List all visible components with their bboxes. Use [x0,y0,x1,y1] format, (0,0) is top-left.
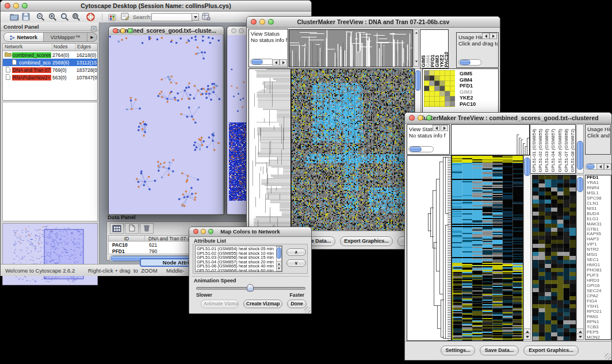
column-label[interactable]: GPL51-02 (GSM855) [537,129,544,173]
row-label[interactable]: GIM5 [460,71,494,77]
delete-attribute-trash-icon[interactable] [140,223,154,234]
move-down-button[interactable]: ∨ [286,259,306,267]
column-label[interactable]: GPL51-08 (GSM872) [569,129,576,173]
minimize-button[interactable] [259,19,265,25]
search-dropdown-button[interactable] [192,13,199,21]
column-label[interactable]: PAC10 [444,52,449,67]
view-status-hscrollbar[interactable] [250,59,274,65]
column-label[interactable]: GPL51-03 (GSM856) [544,129,550,173]
view-status-hscrollbar[interactable] [408,146,434,152]
close-button[interactable] [193,229,198,234]
attribute-list-vscrollbar[interactable] [276,246,282,271]
similarity-matrix-canvas[interactable] [424,70,455,107]
tab-vizmapper[interactable]: VizMapper™ [44,33,87,41]
animation-speed-slider[interactable] [196,283,304,293]
row-label[interactable]: YKE2 [460,95,494,101]
heatmap-vscrollbar[interactable] [523,155,531,340]
close-button[interactable] [113,28,118,33]
scroll-right-button[interactable] [489,33,497,39]
tab-network[interactable]: Network [4,33,44,41]
zoom-button[interactable] [128,28,133,33]
network-row[interactable]: RNAPuberNov2+563(0)107847(0) [3,74,97,81]
col-header-edges[interactable]: Edges [76,44,97,51]
close-button[interactable] [231,28,236,33]
minimize-button[interactable] [120,28,125,33]
zoom-vscrollbar[interactable] [576,175,584,340]
column-label[interactable]: GPL51-06 (GSM865) [557,129,563,173]
attribute-select-icon[interactable] [110,223,124,234]
scroll-right-button[interactable] [280,59,287,66]
heatmap-global-canvas[interactable] [452,155,523,341]
column-dendrogram-canvas[interactable] [451,124,530,155]
close-button[interactable] [5,3,10,9]
network-row[interactable]: combined_sco2569(6)13112(15) [3,59,97,66]
open-session-icon[interactable] [10,13,19,23]
treeview1-title-bar[interactable]: ClusterMaker TreeView : DNA and Tran 07-… [247,17,500,28]
col-header-network[interactable]: Network [3,44,52,51]
row-label[interactable]: PFD1 [460,83,494,89]
scroll-left-button[interactable] [482,33,489,39]
column-labels-vscrollbar[interactable] [576,124,584,174]
control-panel: Control Panel Network VizMapper™ ▶ Netwo… [1,22,100,264]
close-button[interactable] [251,19,257,25]
row-dendrogram-canvas[interactable] [407,155,452,341]
row-label[interactable]: GIM4 [460,77,494,83]
minimize-button[interactable] [239,28,244,33]
scroll-right-button[interactable] [441,125,448,131]
row-dendrogram-canvas[interactable] [248,68,291,232]
row-label[interactable]: PAC10 [460,101,494,108]
done-button[interactable]: Done [287,300,307,308]
column-dendrogram-canvas[interactable] [289,29,413,67]
gene-label[interactable]: MON2 [587,335,611,340]
column-label[interactable]: GPL51-01 (GSM854) [531,129,537,173]
minimize-button[interactable] [13,3,19,9]
desktop: { "main": { "title": "Cytoscape Desktop … [0,0,612,364]
resize-grip[interactable] [605,353,611,359]
scroll-right-button[interactable] [604,163,611,170]
settings-button[interactable]: Settings... [441,346,475,355]
scroll-left-button[interactable] [596,163,604,170]
heatmap-zoom-canvas[interactable] [532,175,576,341]
search-input[interactable] [151,13,193,21]
network-row[interactable]: combined_scores2764(0)16218(0) [3,51,97,59]
scroll-left-button[interactable] [433,125,440,131]
new-attribute-icon[interactable] [125,223,139,234]
heatmap-global-canvas[interactable] [291,68,415,232]
export-graphics-button[interactable]: Export Graphics... [523,346,579,355]
attribute-item[interactable]: GPL51-07 (GSM868) heat shock 60 min [197,269,281,272]
export-graphics-button[interactable]: Export Graphics... [340,236,393,246]
column-label[interactable]: GPL51-07 (GSM868) [563,129,569,173]
column-label[interactable]: GPL51-04 (GSM857) [550,129,556,173]
row-label[interactable]: GIM3 [460,89,494,95]
attribute-browser-icon[interactable] [202,13,211,23]
view-status-panel: View Status No status info f [248,29,288,67]
minimize-button[interactable] [201,229,206,234]
main-title-bar[interactable]: Cytoscape Desktop (Session Name: collins… [1,1,311,12]
save-session-icon[interactable] [22,13,30,23]
attribute-listbox[interactable]: GPL51-01 (GSM854) heat shock 05 minGPL51… [195,246,282,272]
data-col-id[interactable]: ID [109,236,145,241]
move-up-button[interactable]: ∧ [286,248,306,256]
zoom-button[interactable] [208,229,213,234]
zoom-button[interactable] [22,3,28,9]
network-row[interactable]: DNA and Tran 07769(0)183728(0) [3,66,97,74]
zoom-button[interactable] [268,19,274,25]
usage-hints-hscrollbar[interactable] [458,59,481,66]
resize-grip[interactable] [304,306,311,313]
treeview2-title-bar[interactable]: ClusterMaker TreeView : combined_scores_… [405,113,611,124]
slower-label: Slower [196,292,212,298]
slider-thumb[interactable] [247,284,254,292]
annotation-icon[interactable] [121,13,129,23]
save-data-button[interactable]: Save Data... [480,346,519,355]
col-header-nodes[interactable]: Nodes [52,44,76,51]
close-button[interactable] [409,115,415,121]
network-name: DNA and Tran 07 [12,67,51,73]
more-tabs-button[interactable]: ▶ [87,33,97,41]
minimize-button[interactable] [418,115,423,121]
scroll-left-button[interactable] [272,59,280,66]
animate-vizmap-button[interactable]: Animate Vizmap [201,300,239,308]
zoom-button[interactable] [426,115,432,121]
create-vizmap-button[interactable]: Create Vizmap [243,300,282,308]
network-graph-canvas[interactable] [109,35,223,214]
file-icon [4,67,12,74]
